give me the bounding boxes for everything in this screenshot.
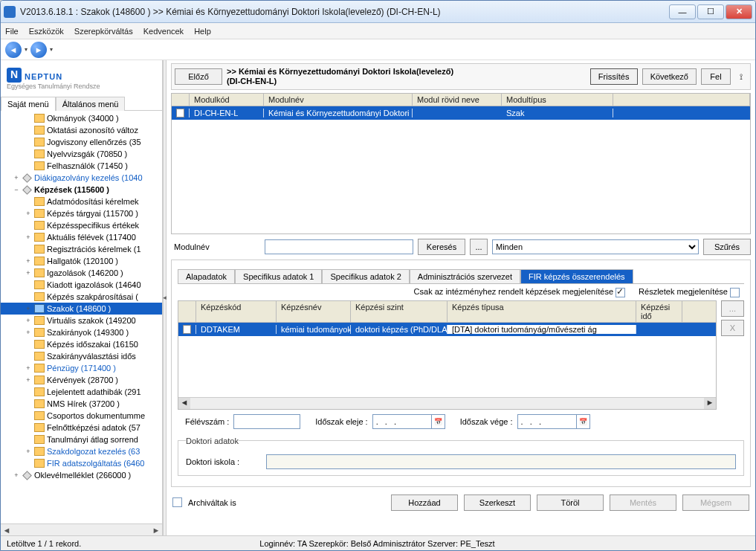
tree-item[interactable]: +Szakok (148600 ) — [1, 303, 162, 315]
col-training-code[interactable]: Képzéskód — [196, 301, 277, 322]
calendar-icon[interactable]: 📅 — [432, 414, 445, 429]
module-row[interactable]: DI-CH-EN-L Kémiai és Környezettudományi … — [172, 106, 750, 120]
tree-item[interactable]: +Szakdolgozat kezelés (63 — [1, 445, 162, 457]
scroll-left-icon[interactable]: ◄ — [178, 398, 190, 409]
pin-icon[interactable]: ⟟ — [735, 72, 747, 82]
tree-item[interactable]: +Kérvények (28700 ) — [1, 374, 162, 386]
save-button[interactable]: Mentés — [610, 494, 676, 511]
inst-only-checkbox[interactable] — [616, 288, 625, 297]
col-modulecode[interactable]: Modulkód — [190, 94, 264, 106]
tree-item[interactable]: +Aktuális félévek (117400 — [1, 231, 162, 243]
tree-item[interactable]: Képzés időszakai (16150 — [1, 338, 162, 350]
tree-hscrollbar[interactable]: ◄ ► — [1, 523, 162, 535]
nav-forward-icon[interactable]: ► — [30, 42, 47, 58]
calendar-icon[interactable]: 📅 — [577, 414, 590, 429]
tree-item[interactable]: −Képzések (115600 ) — [1, 184, 162, 196]
period-end-input[interactable] — [517, 414, 577, 429]
details-checkbox[interactable] — [730, 288, 740, 297]
tree-item[interactable]: Tanulmányi átlag sorrend — [1, 434, 162, 445]
tree-item[interactable]: +Diákigazolvány kezelés (1040 — [1, 172, 162, 184]
filter-button[interactable]: Szűrés — [703, 239, 751, 255]
menu-help[interactable]: Help — [194, 27, 211, 36]
tab-own-menu[interactable]: Saját menü — [1, 97, 56, 111]
search-label: Modulnév — [171, 242, 260, 251]
edit-button[interactable]: Szerkeszt — [464, 494, 531, 511]
tree-item[interactable]: +Hallgatók (120100 ) — [1, 255, 162, 267]
tree-item[interactable]: NMS Hírek (37200 ) — [1, 398, 162, 410]
scroll-left-icon[interactable]: ◄ — [1, 526, 13, 535]
col-moduletype[interactable]: Modultípus — [502, 94, 613, 106]
assign-button[interactable]: ... — [721, 300, 744, 317]
prev-button[interactable]: Előző — [175, 68, 222, 85]
tree-item[interactable]: Okmányok (34000 ) — [1, 112, 162, 124]
search-button[interactable]: Keresés — [418, 239, 465, 255]
row-checkbox[interactable] — [176, 109, 184, 117]
subtab[interactable]: Alapadatok — [178, 269, 235, 283]
nav-forward-dropdown-icon[interactable]: ▾ — [50, 46, 53, 53]
menu-tools[interactable]: Eszközök — [29, 27, 64, 36]
menu-favorites[interactable]: Kedvencek — [143, 27, 184, 36]
doctor-school-input[interactable] — [266, 454, 736, 469]
subgrid-hscrollbar[interactable]: ◄ ► — [178, 397, 716, 409]
subtab[interactable]: FIR képzés összerendelés — [520, 269, 633, 283]
tree-item[interactable]: Oktatási azonosító változ — [1, 124, 162, 136]
row-checkbox[interactable] — [183, 325, 191, 334]
menu-roleswitch[interactable]: Szerepkörváltás — [74, 27, 133, 36]
tree-item[interactable]: Nyelvvizsgák (70850 ) — [1, 148, 162, 160]
tree-item[interactable]: Felnőttképzési adatok (57 — [1, 422, 162, 434]
nav-back-dropdown-icon[interactable]: ▾ — [25, 46, 28, 53]
minimize-button[interactable]: — — [669, 4, 696, 19]
remove-button[interactable]: X — [721, 320, 744, 336]
archived-checkbox[interactable] — [172, 497, 182, 507]
search-input[interactable] — [265, 239, 413, 254]
subtab[interactable]: Specifikus adatok 1 — [235, 269, 322, 283]
tree-item[interactable]: Képzésspecifikus értékek — [1, 219, 162, 231]
col-training-time[interactable]: Képzési idő — [636, 301, 682, 322]
col-training-level[interactable]: Képzési szint — [351, 301, 448, 322]
tree-item[interactable]: Adatmódosítási kérelmek — [1, 196, 162, 207]
tree-item[interactable]: +Virtuális szakok (149200 — [1, 315, 162, 326]
tree-item[interactable]: +Pénzügy (171400 ) — [1, 362, 162, 374]
tree-item[interactable]: +Oklevélmelléklet (266000 ) — [1, 469, 162, 481]
menu-file[interactable]: File — [5, 27, 19, 36]
up-button[interactable]: Fel — [701, 68, 731, 85]
tree-item[interactable]: Jogviszony ellenőrzés (35 — [1, 136, 162, 148]
col-checkbox[interactable] — [172, 94, 190, 106]
delete-button[interactable]: Töröl — [537, 494, 604, 511]
tree-item[interactable]: Felhasználók (71450 ) — [1, 160, 162, 172]
col-checkbox[interactable] — [178, 301, 196, 322]
scroll-right-icon[interactable]: ► — [150, 526, 162, 535]
search-scope-select[interactable]: Minden — [492, 239, 699, 254]
tree-item[interactable]: +Igazolások (146200 ) — [1, 267, 162, 279]
tab-general-menu[interactable]: Általános menü — [56, 97, 126, 111]
col-modulename[interactable]: Modulnév — [264, 94, 413, 106]
maximize-button[interactable]: ☐ — [697, 4, 724, 19]
subtab[interactable]: Adminisztrációs szervezet — [410, 269, 520, 283]
nav-back-icon[interactable]: ◄ — [5, 42, 22, 58]
add-button[interactable]: Hozzáad — [391, 494, 458, 511]
subtab[interactable]: Specifikus adatok 2 — [322, 269, 409, 283]
tree-item[interactable]: +Szakirányok (149300 ) — [1, 326, 162, 338]
tree-item[interactable]: Lejelentett adathibák (291 — [1, 386, 162, 398]
cancel-button[interactable]: Mégsem — [682, 494, 749, 511]
tree-item[interactable]: FIR adatszolgáltatás (6460 — [1, 457, 162, 469]
scroll-right-icon[interactable]: ► — [704, 398, 716, 409]
period-start-input[interactable] — [372, 414, 432, 429]
col-moduleshort[interactable]: Modul rövid neve — [413, 94, 502, 106]
training-row[interactable]: DDTAKEM kémiai tudományok doktori képzés… — [178, 323, 716, 336]
tree-item[interactable]: +Képzés tárgyai (115700 ) — [1, 207, 162, 219]
navigation-tree[interactable]: Okmányok (34000 )Oktatási azonosító vált… — [1, 111, 162, 523]
tree-item[interactable]: Regisztrációs kérelmek (1 — [1, 243, 162, 255]
col-training-name[interactable]: Képzésnév — [277, 301, 351, 322]
tree-item[interactable]: Csoportos dokumentumme — [1, 410, 162, 422]
close-button[interactable]: ✕ — [726, 4, 752, 19]
search-ellipsis-button[interactable]: ... — [470, 239, 488, 255]
col-training-type[interactable]: Képzés típusa — [448, 301, 636, 322]
tree-item[interactable]: Kiadott igazolások (14640 — [1, 279, 162, 291]
refresh-button[interactable]: Frissítés — [590, 68, 638, 85]
next-button[interactable]: Következő — [642, 68, 697, 85]
semester-input[interactable] — [233, 414, 300, 429]
tree-item[interactable]: Képzés szakpárosításai ( — [1, 291, 162, 303]
status-records: Letöltve 1 / 1 rekord. — [7, 539, 81, 548]
tree-item[interactable]: Szakirányválasztási idős — [1, 350, 162, 362]
